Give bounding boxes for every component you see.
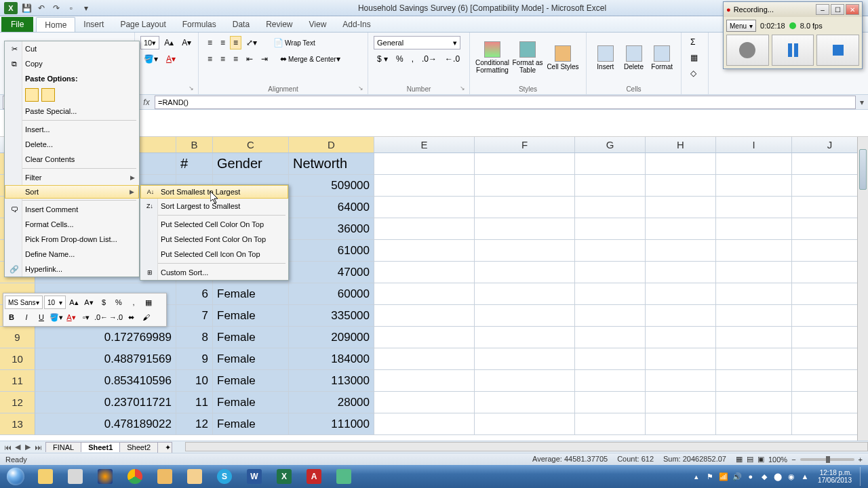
cell[interactable] (716, 327, 792, 348)
row-header[interactable]: 13 (0, 413, 35, 435)
ctx-comment[interactable]: 🗨Insert Comment (5, 202, 139, 217)
cell[interactable] (374, 197, 475, 218)
cell[interactable] (646, 413, 716, 435)
cell[interactable] (374, 175, 475, 197)
cell[interactable]: 64000 (289, 197, 374, 218)
ctx-pick[interactable]: Pick From Drop-down List... (5, 232, 139, 247)
align-center-icon[interactable]: ≡ (217, 52, 229, 66)
tray-volume-icon[interactable]: 🔊 (732, 472, 742, 481)
tab-view[interactable]: View (301, 17, 335, 32)
tab-addins[interactable]: Add-Ins (334, 17, 378, 32)
tray-up-icon[interactable]: ▴ (692, 472, 701, 481)
cell[interactable] (575, 262, 646, 283)
cell[interactable] (646, 327, 716, 348)
cell[interactable] (475, 370, 575, 392)
cell[interactable] (575, 305, 646, 327)
cell[interactable] (646, 262, 716, 283)
cell[interactable] (575, 175, 646, 197)
col-header-g[interactable]: G (575, 137, 646, 152)
align-middle-icon[interactable]: ≡ (217, 36, 229, 49)
cell[interactable] (646, 175, 716, 197)
mini-shrink-icon[interactable]: A▾ (82, 296, 96, 309)
taskbar-app11-icon[interactable] (330, 467, 358, 486)
sort-s2l[interactable]: A↓Sort Smallest to Largest (140, 185, 288, 199)
vertical-scrollbar[interactable] (857, 137, 868, 441)
mini-fill-icon[interactable]: 🪣▾ (50, 310, 63, 324)
recorder-record-button[interactable] (726, 35, 769, 66)
cell[interactable] (374, 348, 475, 370)
cell[interactable] (374, 262, 475, 283)
recorder-pause-button[interactable] (772, 35, 814, 66)
cell-styles-button[interactable]: Cell Styles (546, 35, 580, 80)
formula-bar[interactable]: =RAND() (155, 96, 856, 109)
wrap-text-button[interactable]: 📄 Wrap Text (270, 36, 319, 49)
col-header-f[interactable]: F (475, 137, 575, 152)
cell[interactable] (646, 305, 716, 327)
cell[interactable]: 36000 (289, 218, 374, 240)
mini-borders-icon[interactable]: ▦ (142, 296, 155, 309)
grow-font-icon[interactable]: A▴ (161, 36, 177, 49)
ctx-filter[interactable]: Filter▶ (5, 170, 139, 185)
percent-format-icon[interactable]: % (393, 52, 407, 66)
taskbar-pdf-icon[interactable]: A (300, 467, 328, 486)
cell[interactable] (374, 218, 475, 240)
cell[interactable]: 61000 (289, 240, 374, 262)
cell[interactable] (475, 348, 575, 370)
cell[interactable] (475, 240, 575, 262)
cell[interactable]: 0.478189022 (35, 413, 176, 435)
row-header[interactable]: 9 (0, 327, 35, 348)
recorder-stop-button[interactable] (816, 35, 859, 66)
sort-fontcolor[interactable]: Put Selected Font Color On Top (140, 232, 288, 247)
ctx-define[interactable]: Define Name... (5, 247, 139, 262)
cell[interactable]: 209000 (289, 327, 374, 348)
new-sheet-icon[interactable]: ✦ (157, 442, 172, 453)
cell[interactable] (374, 153, 475, 175)
cell[interactable]: 9 (176, 348, 213, 370)
cell[interactable] (475, 413, 575, 435)
cell[interactable] (575, 370, 646, 392)
mini-size-dropdown[interactable]: 10▾ (44, 296, 66, 309)
cell[interactable]: 47000 (289, 262, 374, 283)
mini-italic-icon[interactable]: I (20, 310, 33, 324)
sort-custom[interactable]: ⊞Custom Sort... (140, 265, 288, 280)
cell[interactable] (575, 392, 646, 413)
cell[interactable]: Female (213, 392, 289, 413)
alignment-launcher-icon[interactable]: ↘ (358, 85, 366, 93)
tab-home[interactable]: Home (36, 17, 75, 32)
row-header[interactable]: 12 (0, 392, 35, 413)
cell[interactable] (374, 370, 475, 392)
col-header-e[interactable]: E (374, 137, 475, 152)
col-header-i[interactable]: I (716, 137, 792, 152)
ctx-copy[interactable]: ⧉Copy (5, 56, 139, 71)
cell[interactable] (475, 392, 575, 413)
col-header-h[interactable]: H (646, 137, 716, 152)
undo-icon[interactable]: ↶ (35, 2, 47, 14)
taskbar-chrome-icon[interactable] (121, 467, 149, 486)
sheet-first-icon[interactable]: ⏮ (3, 443, 12, 452)
cell[interactable]: Gender (213, 153, 289, 175)
cell[interactable] (716, 305, 792, 327)
cell[interactable]: Female (213, 413, 289, 435)
zoom-out-icon[interactable]: − (791, 455, 795, 464)
align-bottom-icon[interactable]: ≡ (230, 36, 241, 49)
number-format-dropdown[interactable]: General▾ (374, 36, 460, 49)
cell[interactable] (716, 262, 792, 283)
cell[interactable] (646, 392, 716, 413)
cell[interactable] (646, 153, 716, 175)
mini-comma-icon[interactable]: , (127, 296, 140, 309)
cell[interactable]: 0.172769989 (35, 327, 176, 348)
align-left-icon[interactable]: ≡ (204, 52, 216, 66)
cell[interactable]: 184000 (289, 348, 374, 370)
cell[interactable] (716, 348, 792, 370)
redo-icon[interactable]: ↷ (50, 2, 62, 14)
cell[interactable] (374, 283, 475, 305)
cell[interactable] (475, 197, 575, 218)
recorder-close-icon[interactable]: ✕ (846, 4, 859, 15)
orientation-icon[interactable]: ⤢▾ (243, 36, 260, 49)
cell[interactable] (646, 240, 716, 262)
cell[interactable]: 0.237011721 (35, 392, 176, 413)
cell[interactable] (374, 305, 475, 327)
cell[interactable] (575, 283, 646, 305)
cell[interactable] (646, 197, 716, 218)
accounting-format-icon[interactable]: $ ▾ (374, 52, 391, 66)
